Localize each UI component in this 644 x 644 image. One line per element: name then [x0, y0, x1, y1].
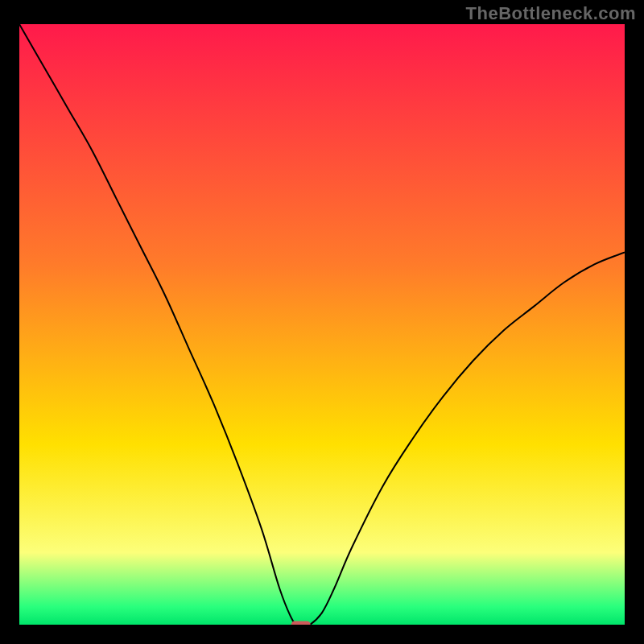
chart-plot-area [19, 24, 625, 625]
chart-svg [19, 24, 625, 625]
chart-frame: TheBottleneck.com [0, 0, 644, 644]
chart-background [19, 24, 625, 625]
optimum-marker [291, 621, 311, 625]
watermark-text: TheBottleneck.com [466, 3, 636, 24]
